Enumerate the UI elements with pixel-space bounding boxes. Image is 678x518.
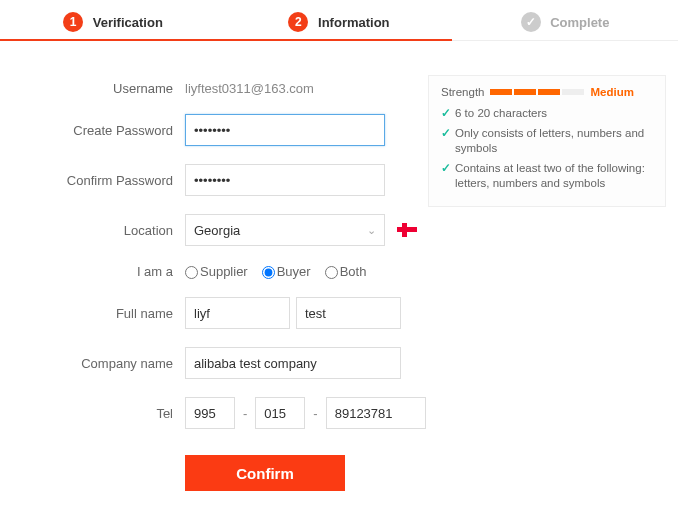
label-location: Location (20, 223, 185, 238)
radio-both[interactable]: Both (325, 264, 367, 279)
flag-icon (397, 223, 417, 237)
role-radio-group: Supplier Buyer Both (185, 264, 374, 279)
step-num-1: 1 (63, 12, 83, 32)
label-full-name: Full name (20, 306, 185, 321)
label-iam: I am a (20, 264, 185, 279)
rule-2: Only consists of letters, numbers and sy… (455, 126, 653, 157)
first-name-input[interactable] (185, 297, 290, 329)
tel-sep: - (241, 406, 249, 421)
username-value: liyftest0311@163.com (185, 81, 314, 96)
confirm-password-input[interactable] (185, 164, 385, 196)
location-value: Georgia (194, 223, 240, 238)
step-check-icon: ✓ (521, 12, 541, 32)
label-confirm-password: Confirm Password (20, 173, 185, 188)
step-label-3: Complete (550, 15, 609, 30)
radio-buyer[interactable]: Buyer (262, 264, 311, 279)
last-name-input[interactable] (296, 297, 401, 329)
tel-number-input[interactable] (326, 397, 426, 429)
confirm-button[interactable]: Confirm (185, 455, 345, 491)
create-password-input[interactable] (185, 114, 385, 146)
rule-1: 6 to 20 characters (455, 106, 547, 122)
step-information[interactable]: 2 Information (226, 0, 452, 40)
step-label-1: Verification (93, 15, 163, 30)
tel-country-input[interactable] (185, 397, 235, 429)
label-tel: Tel (20, 406, 185, 421)
step-num-2: 2 (288, 12, 308, 32)
strength-bars (490, 89, 584, 95)
step-label-2: Information (318, 15, 390, 30)
rule-3: Contains at least two of the following: … (455, 161, 653, 192)
label-company: Company name (20, 356, 185, 371)
step-complete: ✓ Complete (452, 0, 678, 40)
strength-title: Strength (441, 86, 484, 98)
location-select[interactable]: Georgia ⌄ (185, 214, 385, 246)
step-verification[interactable]: 1 Verification (0, 0, 226, 40)
strength-level: Medium (590, 86, 633, 98)
tel-area-input[interactable] (255, 397, 305, 429)
registration-form: Strength Medium ✓6 to 20 characters ✓Onl… (0, 81, 678, 518)
steps-bar: 1 Verification 2 Information ✓ Complete (0, 0, 678, 41)
tel-sep: - (311, 406, 319, 421)
label-username: Username (20, 81, 185, 96)
chevron-down-icon: ⌄ (367, 224, 376, 237)
check-icon: ✓ (441, 106, 451, 122)
check-icon: ✓ (441, 126, 451, 142)
check-icon: ✓ (441, 161, 451, 177)
label-create-password: Create Password (20, 123, 185, 138)
radio-supplier[interactable]: Supplier (185, 264, 248, 279)
company-input[interactable] (185, 347, 401, 379)
password-strength-panel: Strength Medium ✓6 to 20 characters ✓Onl… (428, 75, 666, 207)
